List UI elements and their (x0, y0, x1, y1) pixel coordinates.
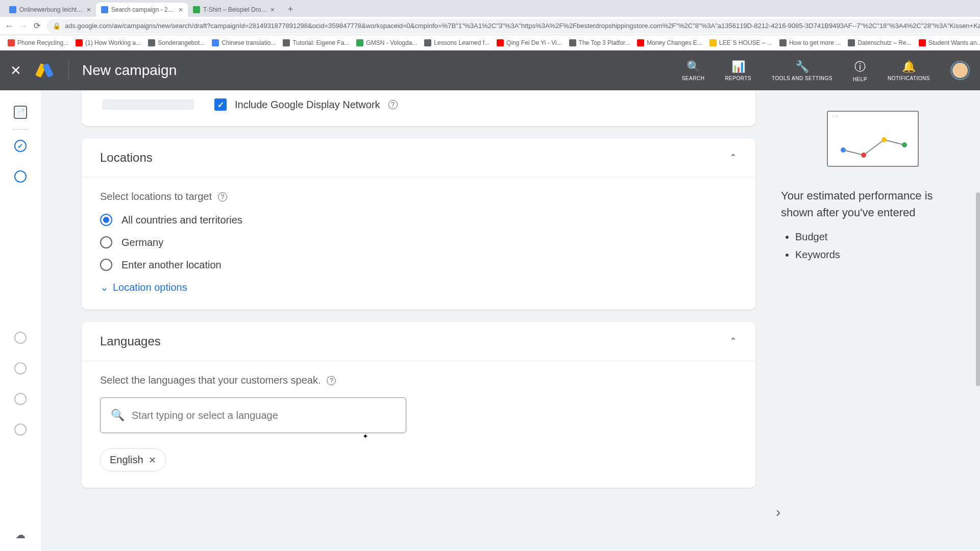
bookmark-item[interactable]: Money Changes E... (634, 38, 705, 47)
svg-point-3 (902, 142, 907, 147)
bookmark-item[interactable]: Sonderangebot... (145, 38, 207, 47)
radio-label: Enter another location (121, 259, 222, 271)
url-text: ads.google.com/aw/campaigns/new/search/d… (65, 22, 980, 30)
svg-point-2 (881, 137, 887, 142)
bookmark-item[interactable]: Datenschutz – Re... (845, 38, 914, 47)
language-chip[interactable]: English ✕ (100, 448, 166, 471)
new-tab-button[interactable]: + (284, 3, 297, 16)
bookmarks-bar: Phone Recycling... (1) How Working a... … (0, 35, 980, 51)
step-done[interactable] (14, 140, 27, 152)
tab-favicon (101, 6, 108, 13)
close-icon[interactable]: × (179, 6, 183, 14)
google-ads-logo[interactable] (36, 62, 53, 79)
list-item: Budget (795, 231, 965, 243)
card-title: Languages (100, 334, 161, 348)
remove-icon[interactable]: ✕ (149, 455, 156, 466)
browser-tab-3[interactable]: T-Shirt – Beispiel Dropshippin × (188, 3, 280, 17)
location-options-toggle[interactable]: ⌄ Location options (100, 281, 737, 293)
overview-icon[interactable]: 📄 (14, 106, 27, 119)
svg-point-0 (841, 147, 846, 153)
close-icon[interactable]: × (87, 6, 91, 14)
reports-icon: 📊 (731, 60, 745, 73)
location-options-label: Location options (113, 282, 187, 293)
bookmark-item[interactable]: Lessons Learned f... (422, 38, 492, 47)
bookmark-item[interactable]: The Top 3 Platfor... (567, 38, 633, 47)
main-content: 📄 ☁ ✓ Include Google Display Network ? (0, 90, 980, 551)
help-icon[interactable]: ? (327, 376, 336, 385)
radio-label: Germany (121, 237, 163, 248)
radio-germany[interactable]: Germany (100, 236, 737, 248)
expand-arrow-icon[interactable]: › (776, 504, 780, 520)
performance-text: Your estimated performance is shown afte… (781, 187, 965, 221)
bookmark-item[interactable]: (1) How Working a... (73, 38, 143, 47)
step-pending[interactable] (14, 423, 27, 436)
radio-unselected-icon (100, 236, 112, 248)
step-current[interactable] (14, 170, 27, 183)
help-icon[interactable]: ? (388, 100, 398, 109)
locations-header[interactable]: Locations ⌃ (82, 138, 755, 178)
bell-icon: 🔔 (902, 60, 916, 73)
user-avatar[interactable] (950, 61, 970, 80)
search-icon: 🔍 (111, 409, 125, 422)
search-icon: 🔍 (687, 60, 700, 73)
checkbox-label: Include Google Display Network (235, 99, 380, 111)
help-button[interactable]: ⓘ HELP (853, 59, 867, 82)
browser-tab-2[interactable]: Search campaign - 279-560- × (96, 3, 188, 17)
tools-button[interactable]: 🔧 TOOLS AND SETTINGS (772, 60, 832, 81)
list-item: Keywords (795, 249, 965, 261)
bookmark-item[interactable]: Phone Recycling... (5, 38, 71, 47)
languages-card: Languages ⌃ Select the languages that yo… (82, 322, 755, 488)
wrench-icon: 🔧 (795, 60, 809, 73)
search-button[interactable]: 🔍 SEARCH (682, 60, 705, 81)
help-icon[interactable]: ? (218, 192, 227, 202)
back-button[interactable]: ← (5, 21, 13, 31)
tab-title: Search campaign - 279-560- (111, 6, 176, 13)
performance-chart-icon (827, 111, 919, 167)
content-column: ✓ Include Google Display Network ? Locat… (41, 90, 766, 551)
bookmark-item[interactable]: Qing Fei De Yi - Vi... (494, 38, 565, 47)
chevron-down-icon: ⌄ (100, 281, 109, 293)
reports-button[interactable]: 📊 REPORTS (725, 60, 751, 81)
notifications-button[interactable]: 🔔 NOTIFICATIONS (888, 60, 930, 81)
card-title: Locations (100, 151, 153, 165)
languages-subtitle: Select the languages that your customers… (100, 374, 737, 386)
forward-button[interactable]: → (19, 21, 28, 31)
tab-title: Onlinewerbung leicht gemacht (19, 6, 84, 13)
url-bar: ← → ⟳ 🔒 ads.google.com/aw/campaigns/new/… (0, 17, 980, 35)
performance-list: Budget Keywords (781, 231, 965, 261)
help-icon: ⓘ (854, 59, 866, 74)
browser-tab-1[interactable]: Onlinewerbung leicht gemacht × (4, 3, 96, 17)
bookmark-item[interactable]: LEE´S HOUSE – ... (707, 38, 775, 47)
step-pending[interactable] (14, 362, 27, 374)
languages-header[interactable]: Languages ⌃ (82, 322, 755, 361)
display-network-checkbox[interactable]: ✓ Include Google Display Network ? (214, 98, 398, 111)
address-bar[interactable]: 🔒 ads.google.com/aw/campaigns/new/search… (46, 19, 980, 33)
cursor-icon: ✦ (362, 432, 369, 440)
bookmark-item[interactable]: Chinese translatio... (209, 38, 278, 47)
checkbox-checked-icon: ✓ (214, 98, 227, 111)
chevron-up-icon: ⌃ (729, 336, 737, 347)
bookmark-item[interactable]: GMSN - Vologda... (354, 38, 420, 47)
step-pending[interactable] (14, 393, 27, 405)
reload-button[interactable]: ⟳ (34, 21, 40, 31)
tab-title: T-Shirt – Beispiel Dropshippin (203, 6, 267, 13)
tab-favicon (193, 6, 200, 13)
chevron-up-icon: ⌃ (729, 152, 737, 163)
chip-label: English (110, 454, 143, 466)
close-icon[interactable]: × (271, 6, 275, 14)
language-input[interactable]: 🔍 (100, 397, 406, 433)
locations-card: Locations ⌃ Select locations to target ?… (82, 138, 755, 310)
scrollbar[interactable] (976, 192, 980, 386)
radio-all-countries[interactable]: All countries and territories (100, 214, 737, 226)
left-rail: 📄 ☁ (0, 90, 41, 551)
step-pending[interactable] (14, 332, 27, 344)
bookmark-item[interactable]: Tutorial: Eigene Fa... (280, 38, 352, 47)
bookmark-item[interactable]: How to get more ... (777, 38, 843, 47)
performance-panel: Your estimated performance is shown afte… (766, 90, 980, 551)
radio-other-location[interactable]: Enter another location (100, 259, 737, 271)
bookmark-item[interactable]: Student Wants an... (916, 38, 980, 47)
tab-favicon (9, 6, 16, 13)
cloud-icon[interactable]: ☁ (15, 529, 26, 541)
language-text-input[interactable] (132, 410, 396, 421)
close-button[interactable]: ✕ (10, 63, 21, 79)
